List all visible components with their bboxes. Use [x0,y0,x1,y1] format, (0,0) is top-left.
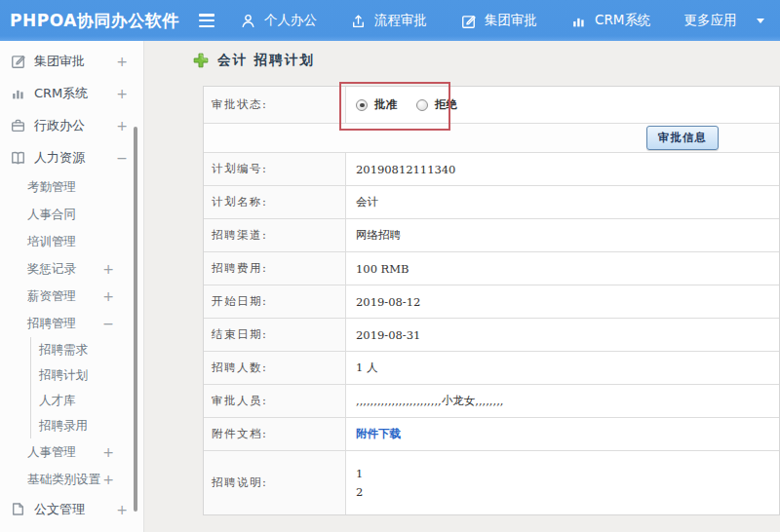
form-row: 结束日期:2019-08-31 [204,319,779,352]
briefcase-icon [10,117,26,133]
expand-plus-icon[interactable]: + [102,262,114,276]
approve-info-button[interactable]: 审批信息 [646,126,719,150]
sidebar: 集团审批+CRM系统+行政办公+人力资源−考勤管理人事合同培训管理奖惩记录+薪资… [0,41,144,532]
form-row-label: 附件文档: [204,418,346,450]
sidebar-item-reward-record[interactable]: 奖惩记录+ [0,255,143,283]
sidebar-item-talent-pool[interactable]: 人才库 [30,388,143,413]
form-row-approval-status: 审批状态: 批准拒绝 [204,87,779,124]
sidebar-item-label: 人事合同 [27,207,76,223]
form-row-value: 网络招聘 [346,219,779,251]
form-value-text: 2019-08-31 [356,328,420,342]
radio-checked-icon[interactable] [356,99,368,111]
sidebar-item-document-mgmt[interactable]: 公文管理+ [0,493,143,525]
expand-plus-icon[interactable]: + [102,445,114,459]
sidebar-item-hr[interactable]: 人力资源− [0,141,143,173]
sidebar-item-label: 招聘需求 [39,342,88,359]
form-value-text: 20190812111340 [356,163,455,176]
expand-plus-icon[interactable]: + [102,289,114,303]
form-row-value: 1 人 [346,352,779,384]
sidebar-item-personnel[interactable]: 人事管理+ [0,438,143,466]
form-value-line: 1 [356,468,363,480]
sidebar-item-label: 集团审批 [34,53,85,70]
green-plus-icon [193,53,209,68]
sidebar-item-label: CRM系统 [34,85,88,102]
form-row-value: 2019-08-31 [346,319,779,351]
approval-radio-group: 批准拒绝 [356,97,457,112]
sidebar-item-training[interactable]: 培训管理 [0,228,143,255]
nav-more-apps[interactable]: 更多应用 [683,12,764,29]
form-row: 招聘渠道:网络招聘 [204,219,779,252]
sidebar-scrollbar-thumb[interactable] [134,127,137,512]
form-row-label: 结束日期: [204,319,346,351]
sidebar-item-base-category[interactable]: 基础类别设置+ [0,466,143,493]
sidebar-item-vehicle-mgmt[interactable]: 用车管理+ [0,525,143,532]
caret-down-icon [757,19,764,23]
form-row-value: 批准拒绝 [346,87,779,123]
expand-plus-icon[interactable]: + [116,119,128,133]
form-row: 招聘人数:1 人 [204,352,779,385]
edit-icon [460,13,477,29]
app-brand: PHPOA协同办公软件 [10,10,191,32]
sidebar-item-group-approval[interactable]: 集团审批+ [0,45,143,77]
radio-option-approve[interactable]: 批准 [356,97,397,112]
attachment-download-link[interactable]: 附件下载 [356,427,401,441]
form-value-text: 2019-08-12 [356,295,420,309]
form-row-value: ,,,,,,,,,,,,,,,,,,,,,,,,小龙女,,,,,,,, [346,385,779,417]
sidebar-item-recruit-plan[interactable]: 招聘计划 [30,362,143,388]
main-content: 会计 招聘计划 审批状态: 批准拒绝 审批信息 计划编号:20190812111… [144,41,780,532]
sidebar-item-recruit-hire[interactable]: 招聘录用 [30,413,143,438]
nav-item-label: 更多应用 [683,12,736,29]
sidebar-item-label: 公文管理 [34,501,85,518]
sidebar-item-label: 人事管理 [27,444,76,461]
top-nav: 个人办公流程审批集团审批CRM系统更多应用 [240,12,764,29]
form-row: 附件文档:附件下载 [204,418,779,451]
radio-option-reject[interactable]: 拒绝 [416,97,457,112]
nav-workflow-approval[interactable]: 流程审批 [350,12,427,29]
book-icon [10,149,26,166]
nav-personal-office[interactable]: 个人办公 [240,12,317,29]
form-value-text: ,,,,,,,,,,,,,,,,,,,,,,,,小龙女,,,,,,,, [356,394,503,408]
sidebar-item-attendance[interactable]: 考勤管理 [0,173,143,201]
sidebar-item-salary[interactable]: 薪资管理+ [0,283,143,310]
sidebar-menu: 集团审批+CRM系统+行政办公+人力资源−考勤管理人事合同培训管理奖惩记录+薪资… [0,45,143,532]
nav-group-approval[interactable]: 集团审批 [460,12,537,29]
form-value-text: 100 RMB [356,262,410,276]
form-row-label: 招聘渠道: [204,219,346,251]
page-title: 会计 招聘计划 [193,52,315,69]
expand-plus-icon[interactable]: + [116,87,128,100]
sidebar-item-admin-office[interactable]: 行政办公+ [0,109,143,141]
sidebar-item-hr-contract[interactable]: 人事合同 [0,201,143,228]
nav-item-label: 个人办公 [264,12,317,29]
form-row-value: 附件下载 [346,418,779,450]
sidebar-item-label: 人力资源 [34,149,85,167]
sidebar-item-label: 薪资管理 [27,288,76,305]
expand-plus-icon[interactable]: + [116,55,128,68]
form-row-value: 2019-08-12 [346,285,779,318]
sidebar-item-crm-system[interactable]: CRM系统+ [0,77,143,109]
nav-crm-system[interactable]: CRM系统 [570,12,650,29]
form-row-approve-button: 审批信息 [204,124,779,153]
expand-plus-icon[interactable]: + [116,503,128,516]
collapse-minus-icon[interactable]: − [102,317,114,330]
recruit-plan-form: 审批状态: 批准拒绝 审批信息 计划编号:20190812111340计划名称:… [203,86,780,515]
expand-plus-icon[interactable]: + [102,473,114,486]
sidebar-item-recruit-mgmt[interactable]: 招聘管理− [0,310,143,337]
form-value-text: 网络招聘 [356,228,401,243]
flow-icon [350,13,367,29]
sidebar-item-label: 人才库 [39,393,76,409]
form-row-label: 开始日期: [204,285,346,318]
doc-icon [10,501,26,517]
form-row-label: 计划编号: [204,153,346,185]
radio-unchecked-icon[interactable] [416,99,428,111]
form-row-value: 20190812111340 [346,153,779,185]
nav-item-label: CRM系统 [595,12,650,29]
chart-icon [570,13,587,29]
top-header-bar: PHPOA协同办公软件 个人办公流程审批集团审批CRM系统更多应用 [0,0,780,41]
collapse-minus-icon[interactable]: − [116,151,128,165]
hamburger-menu-icon[interactable] [199,14,214,27]
nav-item-label: 集团审批 [485,12,537,29]
sidebar-item-label: 招聘录用 [39,418,88,435]
sidebar-item-label: 招聘计划 [39,367,88,384]
sidebar-item-recruit-need[interactable]: 招聘需求 [30,337,143,362]
form-row-value: 会计 [346,186,779,218]
